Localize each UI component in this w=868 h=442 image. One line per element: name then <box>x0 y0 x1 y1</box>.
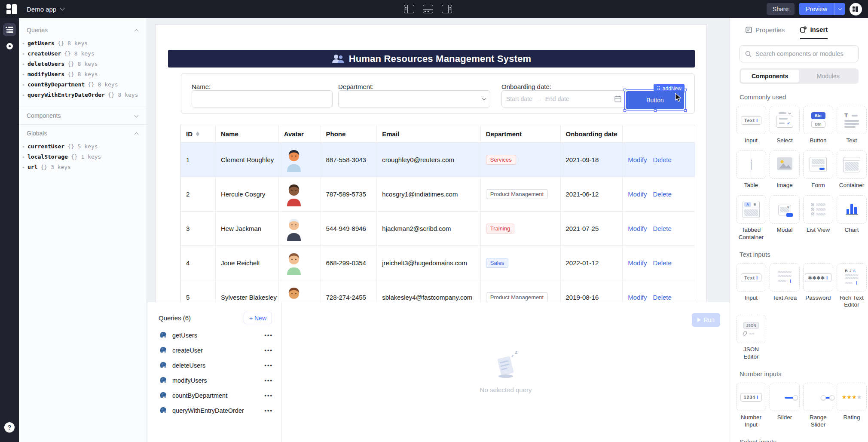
component-card-range-slider[interactable]: Range Slider <box>803 383 833 429</box>
column-header[interactable] <box>623 125 695 142</box>
component-card-container[interactable]: Container <box>837 150 867 189</box>
query-list-item[interactable]: modifyUsers••• <box>147 373 281 388</box>
tree-item[interactable]: ▸ modifyUsers{} 8 keys <box>19 69 147 79</box>
expand-arrow-icon[interactable]: ▸ <box>22 72 28 77</box>
department-filter-select[interactable] <box>338 90 490 107</box>
table-row[interactable]: 2 Hercule Cosgry 787-589-5735 hcosgry1@i… <box>181 177 695 212</box>
delete-link[interactable]: Delete <box>653 190 671 198</box>
preview-button[interactable]: Preview <box>799 3 845 15</box>
debugger-icon[interactable] <box>6 43 13 49</box>
query-menu-icon[interactable]: ••• <box>264 332 273 338</box>
tree-item[interactable]: ▸ deleteUsers{} 8 keys <box>19 58 147 69</box>
component-card-button[interactable]: BtnBtn Button <box>803 106 833 144</box>
add-new-button[interactable]: Button <box>626 91 684 109</box>
tree-item[interactable]: ▸ currentUser{} 5 keys <box>19 141 147 151</box>
new-query-button[interactable]: + New <box>244 312 272 324</box>
delete-link[interactable]: Delete <box>653 156 671 163</box>
tree-item[interactable]: ▸ getUsers{} 8 keys <box>19 38 147 48</box>
query-list-item[interactable]: getUsers••• <box>147 328 281 343</box>
delete-link[interactable]: Delete <box>653 225 671 232</box>
modify-link[interactable]: Modify <box>628 190 647 198</box>
tree-item[interactable]: ▸ queryWithEntryDateOrder{} 8 keys <box>19 89 147 100</box>
component-card-tabbed-container[interactable]: AB Tabbed Container <box>736 195 766 241</box>
tree-item[interactable]: ▸ countByDepartment{} 8 keys <box>19 79 147 89</box>
query-menu-icon[interactable]: ••• <box>264 347 273 353</box>
calendar-icon[interactable] <box>614 95 621 102</box>
expand-arrow-icon[interactable]: ▸ <box>22 82 28 87</box>
table-row[interactable]: 4 Jone Reichelt 668-299-0354 jreichelt3@… <box>181 246 695 280</box>
preview-dropdown[interactable] <box>834 3 845 15</box>
queries-section-header[interactable]: Queries <box>19 24 147 36</box>
tab-insert[interactable]: Insert <box>800 26 828 39</box>
segment-modules[interactable]: Modules <box>799 70 858 83</box>
query-menu-icon[interactable]: ••• <box>264 407 273 414</box>
inspector-tree-icon[interactable] <box>3 23 16 36</box>
table-row[interactable]: 3 Hew Jackman 544-949-8946 hjackman2@scr… <box>181 212 695 246</box>
component-card-chart[interactable]: Chart <box>837 195 867 241</box>
component-card-input[interactable]: TextI Input <box>736 106 766 144</box>
table-row[interactable]: 1 Clement Roughley 887-558-3043 croughle… <box>181 143 695 177</box>
expand-arrow-icon[interactable]: ▸ <box>22 165 28 169</box>
expand-arrow-icon[interactable]: ▸ <box>22 92 28 97</box>
app-name[interactable]: Demo app <box>27 6 56 13</box>
query-list-item[interactable]: queryWithEntryDateOrder••• <box>147 403 281 418</box>
query-list-item[interactable]: createUser••• <box>147 343 281 358</box>
right-panel-toggle-icon[interactable] <box>442 5 452 13</box>
components-section-header[interactable]: Components <box>19 110 147 122</box>
globals-section-header[interactable]: Globals <box>19 127 147 139</box>
column-header[interactable]: Department <box>481 125 561 142</box>
workspace-avatar[interactable] <box>850 3 862 15</box>
modify-link[interactable]: Modify <box>628 156 647 163</box>
component-card-password[interactable]: ✱✱✱✱I Password <box>803 263 833 309</box>
segment-components[interactable]: Components <box>741 70 799 83</box>
component-card-list-view[interactable]: List View <box>803 195 833 241</box>
component-card-text-area[interactable]: I Text Area <box>770 263 800 309</box>
component-card-input[interactable]: TextI Input <box>736 263 766 309</box>
component-card-number-input[interactable]: 1234I Number Input <box>736 383 766 429</box>
column-header[interactable]: ID <box>181 125 216 142</box>
component-card-form[interactable]: Form <box>803 150 833 189</box>
preview-label[interactable]: Preview <box>799 3 834 15</box>
component-card-image[interactable]: Image <box>770 150 800 189</box>
tree-item[interactable]: ▸ createUser{} 8 keys <box>19 48 147 58</box>
expand-arrow-icon[interactable]: ▸ <box>22 41 28 46</box>
tree-item[interactable]: ▸ localStorage{} 1 keys <box>19 151 147 162</box>
bottom-panel-toggle-icon[interactable] <box>423 5 433 13</box>
app-menu-chevron-icon[interactable] <box>60 6 65 10</box>
component-card-slider[interactable]: Slider <box>770 383 800 429</box>
column-header[interactable]: Email <box>377 125 481 142</box>
component-card-select[interactable]: ✓ Select <box>770 106 800 144</box>
query-list-item[interactable]: deleteUsers••• <box>147 358 281 373</box>
query-menu-icon[interactable]: ••• <box>264 377 273 384</box>
modify-link[interactable]: Modify <box>628 294 647 301</box>
modify-link[interactable]: Modify <box>628 259 647 267</box>
app-logo-icon[interactable] <box>6 4 17 15</box>
hr-table[interactable]: IDNameAvatarPhoneEmailDepartmentOnboardi… <box>180 125 695 302</box>
sort-icon[interactable] <box>196 132 199 136</box>
component-search-input[interactable] <box>755 50 853 57</box>
app-title-banner[interactable]: Human Resources Management System <box>168 50 695 68</box>
app-page[interactable]: Human Resources Management System Name: … <box>155 25 707 302</box>
delete-link[interactable]: Delete <box>653 259 671 267</box>
component-card-text[interactable]: T Text <box>837 106 867 144</box>
component-card-rich-text-editor[interactable]: BJAI Rich Text Editor <box>837 263 867 309</box>
column-header[interactable]: Phone <box>321 125 377 142</box>
query-list-item[interactable]: countByDepartment••• <box>147 388 281 403</box>
query-menu-icon[interactable]: ••• <box>264 362 273 368</box>
expand-arrow-icon[interactable]: ▸ <box>22 144 28 149</box>
date-range-input[interactable]: Start date → End date <box>501 90 626 107</box>
column-header[interactable]: Name <box>216 125 279 142</box>
component-card-rating[interactable]: ★★★★ Rating <box>837 383 867 429</box>
query-menu-icon[interactable]: ••• <box>264 392 273 399</box>
tab-properties[interactable]: Properties <box>746 26 785 39</box>
component-card-table[interactable]: Table <box>736 150 766 189</box>
column-header[interactable]: Onboarding date <box>561 125 623 142</box>
component-card-json-editor[interactable]: JSON JSON Editor <box>736 315 766 361</box>
component-search[interactable] <box>740 45 859 62</box>
share-button[interactable]: Share <box>767 3 795 15</box>
tree-item[interactable]: ▸ url{} 3 keys <box>19 162 147 172</box>
column-header[interactable]: Avatar <box>279 125 321 142</box>
name-filter-input[interactable] <box>192 90 333 107</box>
delete-link[interactable]: Delete <box>653 294 671 301</box>
left-panel-toggle-icon[interactable] <box>404 5 414 13</box>
